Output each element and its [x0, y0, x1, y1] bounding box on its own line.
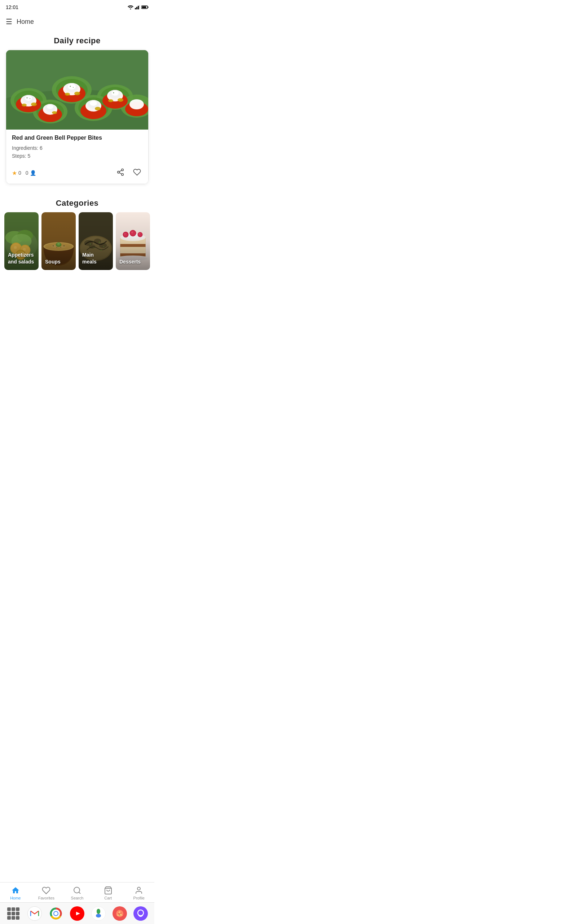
daily-recipe-title: Daily recipe [0, 30, 154, 50]
recipe-footer: ★ 0 0 👤 [12, 164, 142, 181]
nav-profile-label: Profile [134, 896, 145, 900]
svg-rect-5 [148, 6, 148, 8]
nav-home[interactable]: Home [5, 886, 26, 900]
pizza-app-icon[interactable] [113, 906, 127, 921]
category-label-main: Main meals [82, 252, 109, 265]
wifi-icon [128, 5, 134, 10]
category-main[interactable]: Main meals [79, 212, 113, 270]
nav-search[interactable]: Search [66, 886, 88, 900]
category-appetizers[interactable]: Appetizers and salads [4, 212, 39, 270]
svg-rect-3 [139, 5, 140, 10]
category-label-appetizers: Appetizers and salads [8, 252, 35, 265]
categories-section: Categories [0, 193, 154, 270]
cart-nav-icon [104, 886, 113, 895]
svg-point-58 [121, 173, 124, 175]
daily-recipe-section: Daily recipe [0, 30, 154, 184]
top-bar: ☰ Home [0, 13, 154, 30]
svg-point-136 [118, 913, 120, 914]
chrome-app-icon[interactable] [49, 906, 63, 921]
svg-rect-6 [142, 6, 147, 8]
status-time: 12:01 [6, 4, 18, 10]
svg-line-120 [79, 892, 81, 894]
star-icon: ★ [12, 170, 17, 176]
profile-nav-icon [134, 886, 143, 895]
svg-point-132 [97, 909, 100, 914]
svg-point-138 [119, 914, 120, 915]
daily-recipe-container: Red and Green Bell Pepper Bites Ingredie… [0, 50, 154, 184]
recipe-ingredients: Ingredients: 6 Steps: 5 [12, 144, 142, 160]
category-soups[interactable]: Soups [42, 212, 76, 270]
svg-rect-1 [136, 7, 137, 10]
svg-line-59 [119, 173, 121, 174]
recipe-food-visual [6, 50, 148, 129]
recipe-stats: ★ 0 0 👤 [12, 170, 36, 176]
menu-icon[interactable]: ☰ [6, 17, 12, 26]
recipe-image [6, 50, 148, 129]
gmail-app-icon[interactable] [27, 906, 42, 921]
svg-point-56 [121, 169, 124, 171]
recipe-info: Red and Green Bell Pepper Bites Ingredie… [6, 129, 148, 184]
app-grid-icon[interactable] [6, 906, 21, 921]
favorite-button[interactable] [132, 167, 142, 179]
category-desserts[interactable]: Desserts [116, 212, 150, 270]
bottom-nav: Home Favorites Search Cart Profile [0, 882, 154, 902]
battery-icon [141, 5, 148, 10]
categories-title: Categories [0, 193, 154, 212]
main-content: Daily recipe [0, 30, 154, 299]
recipe-actions [115, 167, 142, 179]
share-button[interactable] [115, 167, 126, 179]
svg-point-127 [54, 912, 58, 915]
page-title: Home [16, 18, 34, 26]
photos-app-icon[interactable] [91, 906, 106, 921]
svg-rect-55 [6, 50, 148, 129]
nav-search-label: Search [71, 896, 84, 900]
svg-point-119 [74, 887, 80, 893]
categories-container: Appetizers and salads [0, 212, 154, 270]
svg-point-122 [137, 887, 140, 890]
svg-line-60 [119, 170, 121, 172]
nav-favorites[interactable]: Favorites [35, 886, 57, 900]
youtube-app-icon[interactable] [70, 906, 84, 921]
person-icon: 👤 [30, 170, 36, 176]
svg-rect-0 [135, 8, 136, 10]
svg-point-139 [134, 907, 147, 920]
nav-profile[interactable]: Profile [128, 886, 150, 900]
system-nav-bar [0, 902, 154, 924]
search-nav-icon [73, 886, 82, 895]
nav-cart[interactable]: Cart [97, 886, 119, 900]
star-rating: ★ 0 [12, 170, 21, 176]
svg-point-57 [118, 171, 120, 173]
favorites-nav-icon [42, 886, 50, 895]
recipe-name: Red and Green Bell Pepper Bites [12, 135, 142, 141]
category-label-desserts: Desserts [119, 258, 147, 265]
nav-home-label: Home [10, 896, 21, 900]
svg-point-137 [120, 913, 121, 914]
status-bar: 12:01 [0, 0, 154, 13]
svg-point-133 [96, 914, 101, 918]
recipe-card[interactable]: Red and Green Bell Pepper Bites Ingredie… [6, 50, 148, 184]
rating-count: 0 [18, 170, 21, 176]
status-icons [128, 5, 148, 10]
home-nav-icon [11, 886, 20, 895]
nav-cart-label: Cart [104, 896, 112, 900]
svg-rect-2 [138, 6, 139, 10]
review-count: 0 👤 [26, 170, 36, 176]
signal-icon [135, 5, 140, 10]
home-assistant-icon[interactable] [134, 906, 148, 921]
nav-favorites-label: Favorites [38, 896, 55, 900]
category-label-soups: Soups [45, 258, 72, 265]
categories-grid: Appetizers and salads [4, 212, 150, 270]
